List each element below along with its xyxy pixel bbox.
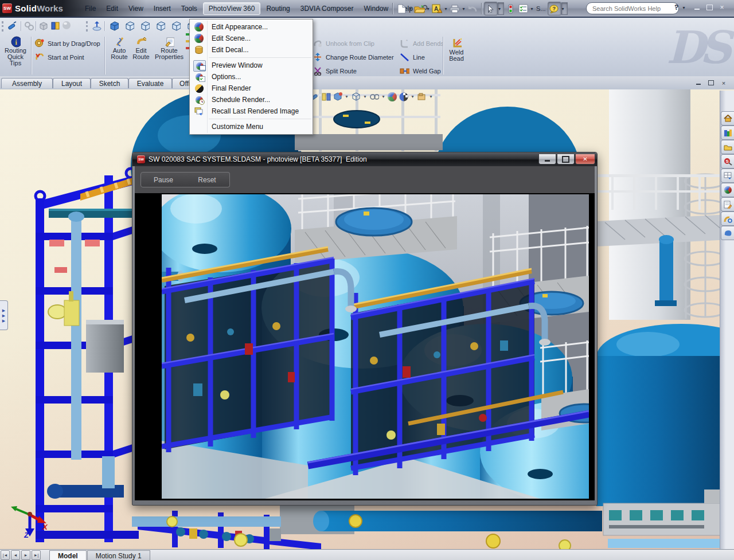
hide-show-items-icon[interactable] [369, 92, 379, 101]
document-minimize-button[interactable] [693, 79, 704, 87]
window-close-button[interactable]: × [716, 3, 728, 12]
open-document-caret[interactable]: ▾ [425, 6, 431, 11]
view-orientation-icon[interactable] [333, 92, 342, 101]
section-view-icon[interactable] [321, 92, 331, 101]
select-caret[interactable]: ▾ [498, 2, 504, 15]
weld-gap-button[interactable]: Weld Gap [400, 66, 441, 76]
task-tab-appearances-icon[interactable] [721, 183, 734, 197]
print-caret[interactable]: ▾ [461, 6, 466, 11]
scene-caret[interactable]: ▾ [410, 94, 415, 99]
smart-tool-icon[interactable] [7, 21, 17, 30]
task-tab-design-library-icon[interactable] [721, 126, 734, 140]
preview-maximize-button[interactable] [557, 154, 575, 165]
rebuild-traffic-light-icon[interactable] [504, 2, 517, 15]
menu-item-edit-decal[interactable]: Edit Decal... [190, 44, 313, 56]
view-orientation-caret[interactable]: ▾ [344, 94, 349, 99]
preview-close-button[interactable]: ✕ [575, 154, 595, 165]
preview-minimize-button[interactable] [538, 154, 556, 165]
tab-scroll-last-button[interactable]: ►| [32, 550, 41, 560]
task-tab-forum-icon[interactable] [721, 226, 734, 240]
menu-item-options[interactable]: Options... [190, 71, 313, 83]
split-route-button[interactable]: Split Route [313, 66, 357, 76]
hide-show-caret[interactable]: ▾ [381, 94, 386, 99]
menu-insert[interactable]: Insert [149, 2, 175, 15]
view-top-icon[interactable] [171, 21, 181, 30]
shaded-cube-icon[interactable] [38, 21, 48, 30]
search-input[interactable] [591, 5, 675, 13]
print-icon[interactable] [448, 2, 461, 15]
tab-scroll-next-button[interactable]: ► [21, 550, 30, 560]
routing-quick-tips-button[interactable]: i Routing Quick Tips [2, 37, 29, 66]
help-balloon-icon[interactable]: ? [548, 2, 561, 15]
tab-scroll-first-button[interactable]: |◄ [1, 550, 10, 560]
publish-caret[interactable]: ▾ [443, 6, 448, 11]
menu-photoview-360[interactable]: PhotoView 360 [203, 2, 261, 15]
edit-route-button[interactable]: Edit Route [130, 37, 153, 60]
measure-icon[interactable] [50, 21, 60, 30]
tab-evaluate[interactable]: Evaluate [128, 78, 172, 88]
menu-item-edit-appearance[interactable]: Edit Appearance... [190, 21, 313, 33]
tab-assembly[interactable]: Assembly [1, 78, 53, 88]
start-at-point-button[interactable]: Start at Point [34, 52, 84, 62]
menu-view[interactable]: View [124, 2, 148, 15]
document-restore-button[interactable] [705, 79, 717, 87]
task-tab-search-icon[interactable]: S [721, 154, 734, 169]
open-document-icon[interactable] [413, 2, 425, 15]
new-document-icon[interactable] [395, 2, 408, 15]
menu-item-customize-menu[interactable]: Customize Menu [190, 121, 313, 132]
pause-button[interactable]: Pause [140, 172, 186, 187]
undo-icon[interactable] [466, 2, 479, 15]
tab-layout[interactable]: Layout [53, 78, 91, 88]
menu-item-preview-window[interactable]: Preview Window [190, 60, 313, 71]
view-back-icon[interactable] [124, 21, 134, 30]
task-tab-view-palette-icon[interactable] [721, 169, 734, 183]
display-style-icon[interactable] [351, 92, 361, 101]
help-balloon-caret[interactable]: ▾ [561, 2, 568, 15]
menu-3dvia-composer[interactable]: 3DVIA Composer [296, 2, 358, 15]
sphere-icon[interactable] [62, 21, 72, 30]
display-style-caret[interactable]: ▾ [362, 94, 368, 99]
unhook-from-clip-button[interactable]: Unhook from Clip [313, 38, 374, 48]
help-caret[interactable]: ▾ [681, 5, 686, 10]
help-menu[interactable]: ? [674, 3, 678, 11]
menu-routing[interactable]: Routing [261, 2, 294, 15]
swap-gears-icon[interactable] [24, 21, 34, 30]
menu-item-final-render[interactable]: Final Render [190, 83, 313, 94]
view-right-icon[interactable] [155, 21, 165, 30]
start-by-dragdrop-button[interactable]: Start by Drag/Drop [34, 38, 100, 48]
window-restore-button[interactable] [703, 3, 716, 12]
view-front-icon[interactable] [109, 21, 119, 30]
appearances-icon[interactable] [388, 92, 397, 101]
document-close-button[interactable]: × [718, 79, 729, 87]
select-arrow-icon[interactable] [484, 2, 498, 15]
weld-bead-button[interactable]: Weld Bead [445, 38, 468, 62]
options-caret[interactable]: ▾ [529, 6, 534, 11]
menu-item-recall-last-rendered[interactable]: Recall Last Rendered Image [190, 105, 313, 117]
window-minimize-button[interactable] [690, 3, 703, 12]
menu-file[interactable]: File [80, 2, 100, 15]
task-tab-file-explorer-icon[interactable] [721, 140, 734, 154]
auto-route-button[interactable]: Auto Route [108, 37, 131, 60]
menu-edit[interactable]: Edit [101, 2, 123, 15]
task-tab-custom-properties-icon[interactable] [721, 197, 734, 212]
preview-window-titlebar[interactable]: SW SW 020083 SAC SYSTEM.SLDASM - photovi… [132, 152, 597, 166]
task-tab-resources-icon[interactable] [721, 111, 734, 126]
normal-to-icon[interactable] [92, 21, 101, 30]
route-properties-button[interactable]: Route Properties [151, 37, 187, 60]
tab-model[interactable]: Model [49, 550, 87, 560]
task-tab-routing-library-icon[interactable] [721, 212, 734, 226]
change-route-diameter-button[interactable]: Change Route Diameter [313, 52, 394, 62]
camera-view-caret[interactable]: ▾ [428, 94, 434, 99]
photoview-preview-window[interactable]: SW SW 020083 SAC SYSTEM.SLDASM - photovi… [132, 152, 598, 506]
menu-window[interactable]: Window [359, 2, 393, 15]
line-button[interactable]: Line [400, 52, 425, 62]
tab-scroll-prev-button[interactable]: ◄ [11, 550, 20, 560]
new-document-caret[interactable]: ▾ [408, 6, 413, 11]
scene-icon[interactable] [399, 92, 408, 101]
add-bends-button[interactable]: * Add Bends [400, 38, 444, 48]
menu-item-edit-scene[interactable]: ⚙ Edit Scene... [190, 33, 313, 44]
tab-motion-study-1[interactable]: Motion Study 1 [87, 550, 150, 560]
menu-tools[interactable]: Tools [177, 2, 202, 15]
reset-button[interactable]: Reset [185, 172, 230, 187]
view-left-icon[interactable] [140, 21, 150, 30]
